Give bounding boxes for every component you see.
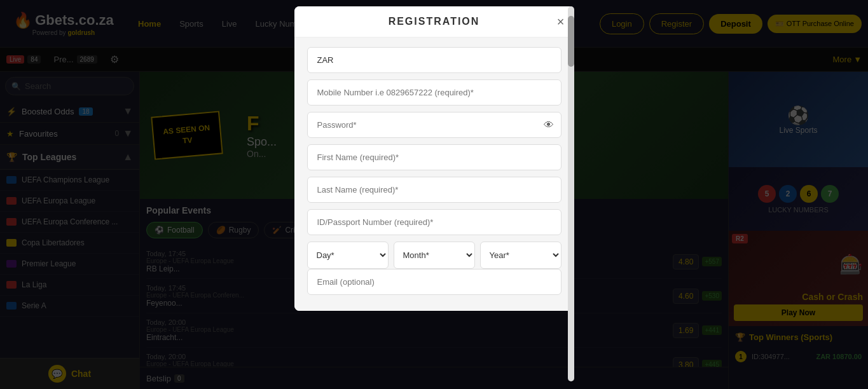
firstname-field bbox=[307, 144, 561, 170]
currency-input[interactable] bbox=[307, 47, 561, 73]
currency-field bbox=[307, 47, 561, 73]
month-select[interactable]: Month* bbox=[394, 242, 475, 269]
email-field bbox=[307, 269, 561, 295]
modal-scrollbar[interactable] bbox=[568, 6, 574, 381]
mobile-input[interactable] bbox=[307, 79, 561, 106]
lastname-input[interactable] bbox=[307, 177, 561, 203]
modal-title: REGISTRATION bbox=[389, 16, 480, 27]
password-wrap: 👁 bbox=[307, 112, 561, 138]
firstname-input[interactable] bbox=[307, 144, 561, 170]
idpassport-input[interactable] bbox=[307, 209, 561, 235]
year-select[interactable]: Year* bbox=[480, 242, 561, 269]
registration-modal: REGISTRATION × 👁 bbox=[294, 6, 574, 311]
password-field: 👁 bbox=[307, 112, 561, 138]
mobile-field bbox=[307, 79, 561, 106]
modal-body: 👁 Day* Month* bbox=[294, 38, 574, 311]
modal-header: REGISTRATION × bbox=[294, 6, 574, 38]
email-input[interactable] bbox=[307, 269, 561, 295]
modal-overlay: REGISTRATION × 👁 bbox=[0, 0, 868, 389]
idpassport-field bbox=[307, 209, 561, 235]
password-input[interactable] bbox=[307, 112, 561, 138]
date-row: Day* Month* Year* bbox=[307, 242, 561, 269]
modal-close-button[interactable]: × bbox=[557, 15, 565, 29]
eye-icon[interactable]: 👁 bbox=[544, 119, 554, 131]
day-select[interactable]: Day* bbox=[307, 242, 389, 269]
scrollbar-thumb bbox=[568, 16, 574, 67]
lastname-field bbox=[307, 177, 561, 203]
